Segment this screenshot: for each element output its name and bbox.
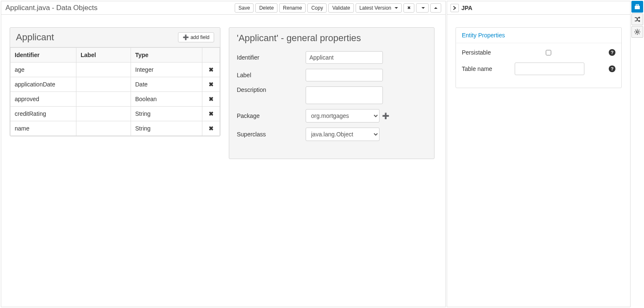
table-row[interactable]: approvedBoolean✖	[10, 92, 220, 107]
field-type: Date	[131, 77, 202, 92]
toolbox-icon[interactable]	[631, 1, 643, 13]
expand-button[interactable]	[430, 3, 441, 13]
collapse-right-panel-icon[interactable]	[450, 4, 459, 12]
persistable-label: Persistable	[462, 49, 515, 56]
close-button[interactable]	[403, 3, 414, 13]
svg-point-2	[636, 31, 639, 33]
rename-button[interactable]: Rename	[279, 3, 306, 13]
entity-properties-header: Entity Properties	[456, 28, 621, 43]
field-type: Boolean	[131, 92, 202, 107]
description-input[interactable]	[306, 86, 383, 104]
identifier-input[interactable]	[306, 51, 383, 64]
copy-button[interactable]: Copy	[307, 3, 327, 13]
remove-field-icon[interactable]: ✖	[209, 125, 214, 132]
plus-icon: ➕	[183, 34, 189, 40]
collapse-button[interactable]	[416, 3, 429, 13]
remove-field-icon[interactable]: ✖	[209, 66, 214, 73]
fields-table: Identifier Label Type ageInteger✖applica…	[10, 47, 220, 136]
field-identifier: name	[10, 121, 76, 136]
svg-rect-1	[636, 5, 639, 6]
persistable-checkbox[interactable]	[546, 50, 551, 55]
table-name-help-icon[interactable]: ?	[609, 65, 615, 72]
col-label: Label	[76, 48, 131, 63]
save-button[interactable]: Save	[235, 3, 254, 13]
side-panel-title: JPA	[461, 5, 472, 11]
field-identifier: creditRating	[10, 107, 76, 121]
superclass-select[interactable]: java.lang.Object	[306, 128, 380, 141]
delete-button[interactable]: Delete	[255, 3, 277, 13]
field-label	[76, 121, 131, 136]
add-package-icon[interactable]: ➕	[382, 112, 389, 119]
field-label	[76, 77, 131, 92]
remove-field-icon[interactable]: ✖	[209, 81, 214, 88]
version-dropdown[interactable]: Latest Version	[356, 3, 402, 13]
package-select[interactable]: org.mortgages	[306, 109, 380, 123]
persistable-help-icon[interactable]: ?	[609, 49, 615, 56]
remove-field-icon[interactable]: ✖	[209, 110, 214, 117]
field-type: String	[131, 107, 202, 121]
field-label	[76, 92, 131, 107]
field-type: Integer	[131, 63, 202, 77]
fields-card: Applicant ➕ add field Identifier Label	[10, 27, 220, 136]
field-label	[76, 107, 131, 121]
field-type: String	[131, 121, 202, 136]
table-row[interactable]: nameString✖	[10, 121, 220, 136]
description-label: Description	[237, 86, 306, 93]
remove-field-icon[interactable]: ✖	[209, 96, 214, 102]
col-type: Type	[131, 48, 202, 63]
add-field-button[interactable]: ➕ add field	[178, 32, 214, 42]
label-input[interactable]	[306, 69, 383, 81]
table-name-label: Table name	[462, 65, 515, 72]
table-row[interactable]: applicationDateDate✖	[10, 77, 220, 92]
general-properties-card: 'Applicant' - general properties Identif…	[229, 27, 435, 159]
col-actions	[202, 48, 220, 63]
identifier-label: Identifier	[237, 54, 306, 61]
col-identifier: Identifier	[10, 48, 76, 63]
table-name-input[interactable]	[515, 63, 584, 75]
svg-rect-0	[635, 6, 640, 9]
field-identifier: age	[10, 63, 76, 77]
fields-title: Applicant	[16, 32, 178, 43]
gear-icon[interactable]	[631, 26, 643, 38]
table-row[interactable]: ageInteger✖	[10, 63, 220, 77]
shuffle-icon[interactable]	[631, 13, 643, 25]
table-row[interactable]: creditRatingString✖	[10, 107, 220, 121]
field-label	[76, 63, 131, 77]
general-properties-title: 'Applicant' - general properties	[237, 33, 427, 44]
editor-title: Applicant.java - Data Objects	[5, 4, 235, 12]
editor-header: Applicant.java - Data Objects Save Delet…	[1, 1, 445, 15]
field-identifier: applicationDate	[10, 77, 76, 92]
field-identifier: approved	[10, 92, 76, 107]
superclass-label: Superclass	[237, 131, 306, 138]
entity-properties-card: Entity Properties Persistable ? Table na…	[456, 27, 622, 88]
label-label: Label	[237, 72, 306, 78]
package-label: Package	[237, 112, 306, 119]
validate-button[interactable]: Validate	[328, 3, 353, 13]
